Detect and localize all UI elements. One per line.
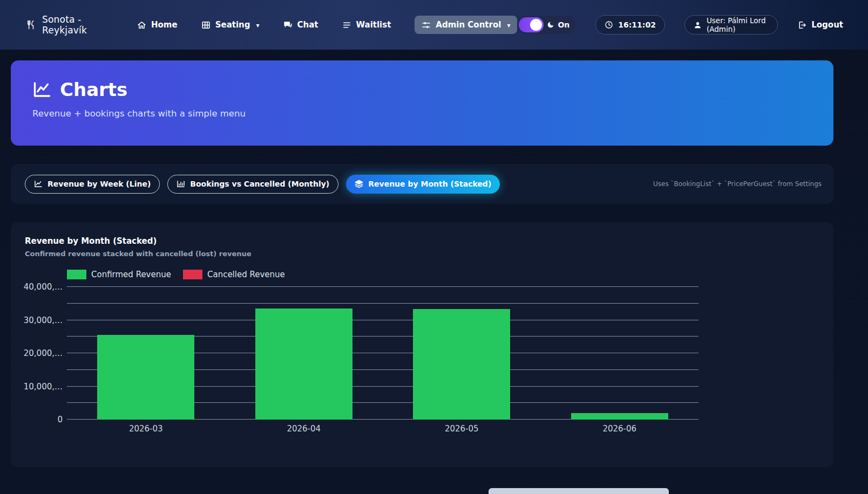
logout-icon	[797, 20, 806, 30]
bar	[413, 309, 510, 420]
legend-swatch	[67, 270, 86, 279]
bar-slot	[383, 284, 541, 420]
chart-card: Revenue by Month (Stacked) Confirmed rev…	[11, 222, 833, 467]
nav-item-admin-control[interactable]: Admin Control	[415, 16, 517, 34]
user-label: User: Pálmi Lord (Admin)	[707, 16, 769, 33]
nav-item-label: Waitlist	[356, 20, 391, 30]
chart-menu-button-label: Revenue by Week (Line)	[48, 180, 151, 188]
bar-chart-icon	[177, 180, 185, 188]
bar	[571, 413, 668, 420]
clock-pill: 16:11:02	[595, 15, 665, 35]
chart-plot	[67, 284, 699, 420]
bar	[97, 335, 194, 420]
page-subtitle: Revenue + bookings charts with a simple …	[32, 108, 812, 119]
x-tick-label: 2026-06	[541, 424, 699, 434]
nav-item-waitlist[interactable]: Waitlist	[342, 20, 391, 30]
legend-item[interactable]: Cancelled Revenue	[183, 270, 285, 279]
hero-banner: Charts Revenue + bookings charts with a …	[11, 60, 833, 146]
nav-item-chat[interactable]: Chat	[283, 20, 318, 30]
chart-line-icon	[32, 80, 52, 99]
brand-label: Sonota - Reykjavík	[42, 14, 121, 36]
chart-menu-button-label: Revenue by Month (Stacked)	[368, 180, 491, 188]
nav-item-home[interactable]: Home	[137, 20, 178, 30]
chart-menu: Revenue by Week (Line) Bookings vs Cance…	[11, 164, 833, 204]
y-tick-label: 0	[57, 415, 63, 424]
chevron-down-icon	[506, 20, 510, 30]
navbar: Sonota - Reykjavík Home Seating	[0, 0, 868, 50]
chat-icon	[283, 20, 293, 30]
brand[interactable]: Sonota - Reykjavík	[26, 14, 121, 36]
clock-time: 16:11:02	[618, 20, 656, 29]
nav-item-label: Seating	[215, 20, 250, 30]
bar-stack	[97, 335, 194, 420]
chart: Confirmed RevenueCancelled Revenue 010,0…	[25, 270, 699, 434]
settings-hint: Uses `BookingList` + `PricePerGuest` fro…	[653, 180, 822, 188]
nav-links: Home Seating Chat	[137, 16, 517, 34]
y-axis: 010,000,…20,000,…30,000,…40,000,…	[25, 284, 67, 420]
nav-item-seating[interactable]: Seating	[201, 20, 260, 30]
bar-slot	[67, 284, 225, 420]
chevron-down-icon	[255, 20, 260, 30]
legend-label: Cancelled Revenue	[207, 270, 285, 279]
logout-button[interactable]: Logout	[797, 20, 843, 30]
bar-stack	[413, 309, 510, 420]
sliders-icon	[422, 20, 431, 30]
page-title-text: Charts	[60, 79, 127, 100]
x-tick-label: 2026-05	[383, 424, 541, 434]
nav-item-label: Admin Control	[436, 20, 501, 30]
chart-menu-button-label: Bookings vs Cancelled (Monthly)	[190, 180, 329, 188]
x-tick-label: 2026-04	[225, 424, 383, 434]
toggle-knob	[530, 19, 542, 31]
home-icon	[137, 20, 146, 30]
legend-label: Confirmed Revenue	[91, 270, 171, 279]
page-container: Charts Revenue + bookings charts with a …	[11, 60, 833, 467]
page-title: Charts	[32, 79, 812, 100]
line-chart-icon	[34, 180, 43, 188]
chart-subtitle: Confirmed revenue stacked with cancelled…	[25, 250, 819, 258]
chart-legend: Confirmed RevenueCancelled Revenue	[67, 270, 699, 279]
bar-stack	[255, 308, 352, 420]
footer-peek	[489, 488, 669, 494]
bar-slot	[541, 284, 699, 420]
navbar-right: On 16:11:02 User: Pálmi Lord (Admin) Log…	[517, 15, 843, 35]
toggle-track[interactable]	[519, 17, 544, 32]
y-tick-label: 10,000,…	[24, 382, 63, 392]
logout-label: Logout	[811, 20, 843, 30]
toggle-state-label: On	[558, 20, 569, 29]
y-tick-label: 40,000,…	[24, 282, 63, 292]
bar-slot	[225, 284, 383, 420]
utensils-icon	[26, 20, 36, 30]
moon-icon	[547, 21, 554, 29]
clock-icon	[605, 20, 613, 29]
plot-row: 010,000,…20,000,…30,000,…40,000,…	[25, 284, 699, 420]
user-pill: User: Pálmi Lord (Admin)	[684, 15, 778, 35]
x-axis: 2026-032026-042026-052026-06	[67, 424, 699, 434]
bar-stack	[571, 413, 668, 420]
layers-icon	[355, 180, 363, 188]
legend-item[interactable]: Confirmed Revenue	[67, 270, 171, 279]
legend-swatch	[183, 270, 202, 279]
nav-item-label: Chat	[297, 20, 318, 30]
chart-title: Revenue by Month (Stacked)	[25, 236, 819, 246]
dark-mode-toggle[interactable]: On	[517, 16, 576, 34]
y-tick-label: 30,000,…	[24, 315, 63, 325]
chart-menu-button-revenue-week[interactable]: Revenue by Week (Line)	[25, 175, 160, 194]
nav-item-label: Home	[151, 20, 178, 30]
chart-menu-button-bookings-cancelled[interactable]: Bookings vs Cancelled (Monthly)	[167, 175, 338, 194]
user-icon	[694, 21, 702, 29]
bar	[255, 308, 352, 420]
x-tick-label: 2026-03	[67, 424, 225, 434]
chart-menu-button-revenue-month[interactable]: Revenue by Month (Stacked)	[346, 175, 500, 194]
list-icon	[342, 20, 351, 30]
table-grid-icon	[201, 20, 211, 30]
y-tick-label: 20,000,…	[24, 348, 63, 358]
